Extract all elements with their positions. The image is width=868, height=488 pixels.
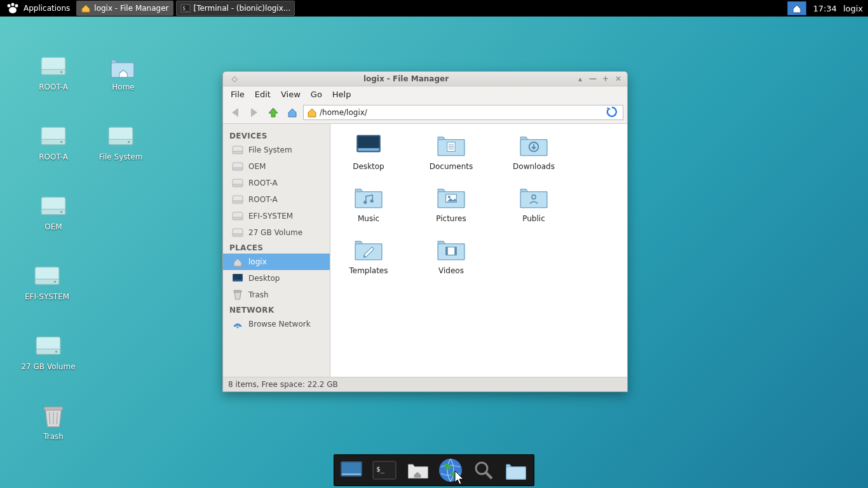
desktop-icon bbox=[232, 273, 243, 284]
sidebar-heading: DEVICES bbox=[223, 129, 330, 142]
menu-edit[interactable]: Edit bbox=[250, 88, 276, 100]
window-close-button[interactable]: ✕ bbox=[613, 74, 623, 83]
dock bbox=[334, 454, 534, 486]
sidebar-item[interactable]: OEM bbox=[223, 158, 330, 175]
sidebar-item[interactable]: logix bbox=[223, 254, 330, 270]
dock-folder[interactable] bbox=[502, 458, 531, 483]
desktop-icon[interactable]: EFI-SYSTEM bbox=[15, 263, 79, 301]
taskbar-item-label: [Terminal - (bionic)logix... bbox=[194, 4, 291, 13]
menubar: FileEditViewGoHelp bbox=[223, 86, 627, 102]
taskbar-item-label: logix - File Manager bbox=[94, 4, 168, 13]
taskbar-item[interactable]: logix - File Manager bbox=[76, 1, 173, 16]
svg-rect-50 bbox=[454, 247, 456, 255]
sidebar-item-label: ROOT-A bbox=[248, 195, 278, 204]
desktop-icon[interactable]: ROOT-A bbox=[22, 123, 85, 161]
window-rollup-button[interactable]: ▴ bbox=[575, 74, 585, 83]
dock-file-manager[interactable] bbox=[403, 458, 432, 483]
drive-icon bbox=[232, 161, 243, 172]
cursor-icon bbox=[454, 470, 466, 485]
desktop-icon[interactable]: Home bbox=[92, 53, 155, 92]
sidebar-item-label: Trash bbox=[248, 290, 269, 299]
applications-menu[interactable]: Applications bbox=[0, 1, 75, 16]
window-titlebar[interactable]: ◇ logix - File Manager ▴ — + ✕ bbox=[223, 72, 627, 86]
drive-icon bbox=[232, 227, 243, 238]
file-manager-window: ◇ logix - File Manager ▴ — + ✕ FileEditV… bbox=[222, 71, 628, 392]
menu-view[interactable]: View bbox=[276, 88, 306, 100]
window-title: logix - File Manager bbox=[240, 74, 573, 83]
nav-up-button[interactable] bbox=[265, 105, 281, 120]
drive-icon bbox=[232, 210, 243, 222]
folder-desktop-icon bbox=[353, 132, 384, 158]
file-item[interactable]: Videos bbox=[419, 236, 483, 275]
window-minimize-button[interactable]: — bbox=[588, 74, 598, 83]
menu-help[interactable]: Help bbox=[327, 88, 356, 100]
status-text: 8 items, Free space: 22.2 GB bbox=[228, 380, 338, 389]
reload-button[interactable] bbox=[605, 106, 620, 119]
folder-pictures-icon bbox=[435, 184, 467, 210]
window-maximize-button[interactable]: + bbox=[600, 74, 611, 83]
svg-point-43 bbox=[448, 196, 451, 198]
window-menu-icon[interactable]: ◇ bbox=[229, 74, 240, 83]
drive-icon bbox=[40, 53, 67, 80]
desktop-icon-label: ROOT-A bbox=[22, 152, 85, 161]
dock-terminal[interactable] bbox=[370, 458, 399, 483]
svg-rect-53 bbox=[342, 473, 361, 475]
sidebar-item[interactable]: ROOT-A bbox=[223, 175, 330, 191]
file-item-label: Music bbox=[337, 214, 400, 223]
tray-show-desktop[interactable] bbox=[787, 1, 806, 15]
sidebar-item[interactable]: Trash bbox=[223, 287, 330, 303]
desktop-icon-label: Trash bbox=[22, 432, 85, 441]
menu-go[interactable]: Go bbox=[306, 88, 327, 100]
drive-icon bbox=[232, 177, 243, 189]
sidebar-item[interactable]: Desktop bbox=[223, 270, 330, 287]
file-item[interactable]: Public bbox=[502, 184, 566, 223]
desktop-icon-label: ROOT-A bbox=[22, 83, 85, 92]
sidebar-item-label: File System bbox=[248, 146, 292, 154]
taskbar-item[interactable]: $_[Terminal - (bionic)logix... bbox=[176, 1, 295, 16]
path-bar[interactable]: /home/logix/ bbox=[303, 105, 623, 120]
file-view[interactable]: DesktopDocumentsDownloadsMusicPicturesPu… bbox=[330, 124, 627, 377]
desktop-icon[interactable]: ROOT-A bbox=[22, 53, 85, 92]
svg-rect-30 bbox=[358, 148, 379, 151]
file-item[interactable]: Music bbox=[337, 184, 400, 223]
folder-music-icon bbox=[353, 184, 384, 210]
svg-rect-49 bbox=[446, 247, 448, 255]
svg-point-40 bbox=[370, 200, 374, 203]
dock-desktop[interactable] bbox=[337, 458, 366, 483]
file-item-label: Public bbox=[502, 214, 566, 223]
file-item-label: Documents bbox=[419, 162, 483, 171]
sidebar-item[interactable]: ROOT-A bbox=[223, 191, 330, 208]
file-item-label: Downloads bbox=[502, 162, 566, 171]
dock-search[interactable] bbox=[469, 458, 498, 483]
desktop-icon[interactable]: File System bbox=[89, 123, 153, 161]
desktop-icon[interactable]: Trash bbox=[22, 403, 85, 441]
file-item-label: Templates bbox=[337, 266, 400, 275]
sidebar-item[interactable]: 27 GB Volume bbox=[223, 224, 330, 241]
sidebar-item-label: ROOT-A bbox=[248, 179, 278, 187]
svg-rect-44 bbox=[520, 192, 547, 208]
desktop-icon[interactable]: 27 GB Volume bbox=[17, 333, 80, 371]
panel-user[interactable]: logix bbox=[843, 4, 863, 13]
sidebar-heading: PLACES bbox=[223, 241, 330, 254]
nav-back-button[interactable] bbox=[227, 105, 243, 120]
file-item[interactable]: Documents bbox=[419, 132, 483, 171]
drive-icon bbox=[34, 263, 60, 290]
file-item[interactable]: Pictures bbox=[419, 184, 483, 223]
folder-videos-icon bbox=[435, 236, 467, 262]
sidebar-item-label: Browse Network bbox=[248, 320, 311, 329]
sidebar-item[interactable]: File System bbox=[223, 142, 330, 158]
file-item[interactable]: Downloads bbox=[502, 132, 566, 171]
desktop-icon[interactable]: OEM bbox=[22, 193, 85, 231]
menu-file[interactable]: File bbox=[226, 88, 250, 100]
sidebar-item[interactable]: EFI-SYSTEM bbox=[223, 208, 330, 224]
folder-home-icon bbox=[110, 53, 137, 80]
nav-forward-button[interactable] bbox=[246, 105, 262, 120]
toolbar: /home/logix/ bbox=[223, 102, 627, 124]
file-item[interactable]: Desktop bbox=[337, 132, 400, 171]
drive-icon bbox=[107, 123, 134, 150]
panel-clock: 17:34 bbox=[813, 4, 836, 13]
file-item[interactable]: Templates bbox=[337, 236, 400, 275]
sidebar-item[interactable]: Browse Network bbox=[223, 316, 330, 332]
drive-icon bbox=[40, 123, 67, 150]
nav-home-button[interactable] bbox=[284, 105, 301, 120]
